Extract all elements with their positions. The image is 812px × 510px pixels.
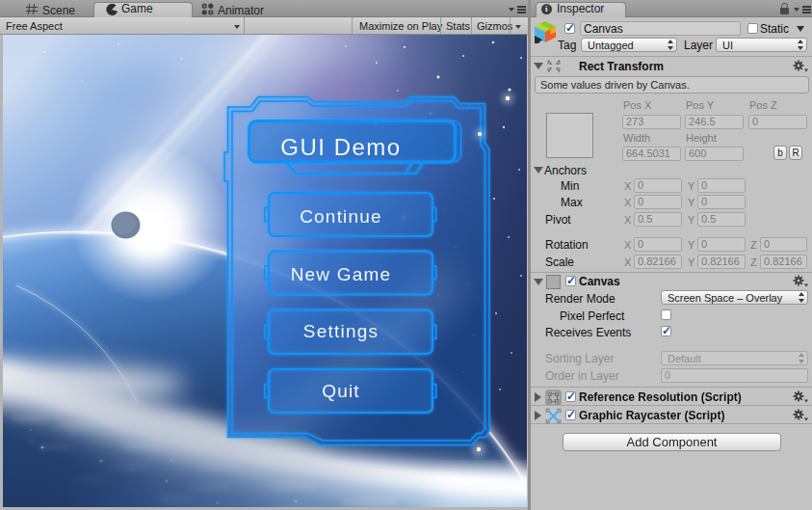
svg-text:Continue: Continue [300, 206, 382, 227]
svg-text:Quit: Quit [322, 381, 360, 401]
svg-text:GUI Demo: GUI Demo [280, 134, 401, 160]
svg-text:New Game: New Game [291, 264, 392, 284]
svg-text:Settings: Settings [303, 321, 379, 341]
